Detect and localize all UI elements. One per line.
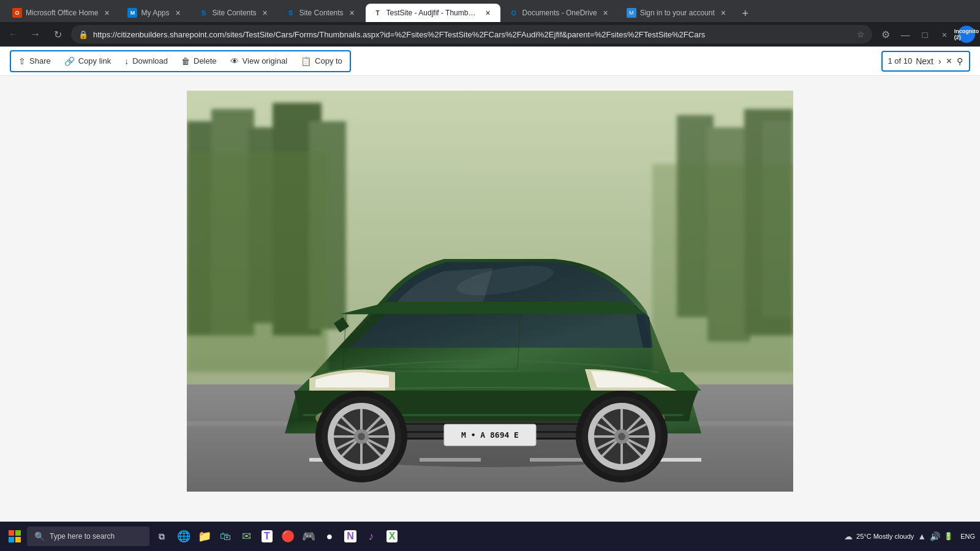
windows-start-button[interactable] [5, 527, 24, 546]
taskbar-extra2[interactable]: 🎮 [299, 527, 318, 546]
copy-link-label: Copy link [78, 56, 111, 66]
windows-logo-icon [9, 530, 21, 542]
tab-site-contents-3[interactable]: S Site Contents × [192, 4, 277, 22]
tab-favicon-4: S [286, 8, 296, 18]
tab-title-7: Sign in to your account [640, 9, 715, 17]
next-label: Next [916, 56, 933, 66]
taskbar-extra1[interactable]: 🔴 [278, 527, 298, 546]
explorer-icon: 📁 [198, 530, 211, 543]
taskbar-right-area: ☁ 25°C Mostly cloudy ▲ 🔊 🔋 ENG [839, 531, 975, 541]
taskbar-chrome[interactable]: ● [320, 527, 339, 546]
copy-to-button[interactable]: 📋 Copy to [295, 53, 349, 70]
refresh-button[interactable]: ↻ [49, 26, 66, 43]
copy-to-label: Copy to [315, 56, 342, 66]
browser-chrome: O Microsoft Office Home × M My Apps × S … [0, 0, 980, 47]
svg-rect-60 [15, 530, 21, 536]
system-tray-icons: ☁ 25°C Mostly cloudy ▲ 🔊 🔋 [839, 531, 958, 541]
weather-text: 25°C Mostly cloudy [856, 533, 914, 540]
network-icon: ▲ [918, 531, 926, 541]
taskbar-teams[interactable]: T [257, 527, 277, 546]
back-button[interactable]: ← [5, 26, 22, 43]
profile-button[interactable]: Incognito (2) [958, 26, 975, 43]
taskbar-excel[interactable]: X [382, 527, 402, 546]
taskbar-pinned-apps: 🌐 📁 🛍 ✉ T 🔴 🎮 ● N ♪ X [174, 527, 402, 546]
time-display: ENG [960, 532, 975, 541]
svg-text:M • A 8694 E: M • A 8694 E [461, 430, 519, 440]
close-viewer-button[interactable]: × [945, 54, 953, 68]
taskbar-edge[interactable]: 🌐 [174, 527, 194, 546]
tab-close-1[interactable]: × [102, 8, 111, 18]
copy-link-button[interactable]: 🔗 Copy link [58, 53, 117, 70]
tab-close-7[interactable]: × [718, 8, 728, 18]
share-label: Share [29, 56, 51, 66]
tab-testsite-thumbnails[interactable]: T TestSite - Audjfif - Thumbnails × [366, 4, 500, 22]
cloud-icon: ☁ [844, 531, 853, 541]
address-icons: ☆ [857, 29, 865, 39]
taskbar-time[interactable]: ENG [960, 532, 975, 541]
battery-icon: 🔋 [944, 532, 953, 541]
download-button[interactable]: ↓ Download [118, 53, 174, 70]
tab-title-3: Site Contents [213, 9, 257, 17]
address-box[interactable]: 🔒 https://citizenbuilders.sharepoint.com… [71, 25, 872, 43]
delete-icon: 🗑 [181, 56, 190, 66]
incognito-label: Incognito (2) [954, 28, 979, 40]
maximize-icon[interactable]: □ [916, 26, 933, 43]
car-image: M • A 8694 E [187, 91, 793, 492]
tab-favicon-1: O [12, 8, 22, 18]
search-viewer-button[interactable]: ⚲ [956, 55, 964, 67]
next-arrow-button[interactable]: › [937, 55, 943, 67]
chrome-icon: ● [326, 530, 333, 543]
taskbar-music[interactable]: ♪ [361, 527, 381, 546]
view-original-button[interactable]: 👁 View original [224, 53, 293, 70]
edge-icon: 🌐 [177, 530, 190, 543]
share-icon: ⇧ [18, 56, 26, 66]
taskbar-search-box[interactable]: 🔍 Type here to search [27, 527, 149, 546]
teams-icon: T [262, 530, 273, 542]
tab-microsoft-office-home[interactable]: O Microsoft Office Home × [5, 4, 119, 22]
browser-close-icon[interactable]: × [936, 26, 953, 43]
tab-title-4: Site Contents [300, 9, 344, 17]
extensions-icon[interactable]: ⚙ [877, 26, 894, 43]
tab-title-2: My Apps [141, 9, 169, 17]
tab-title-6: Documents - OneDrive [522, 9, 597, 17]
tab-close-3[interactable]: × [260, 8, 270, 18]
tab-close-6[interactable]: × [601, 8, 611, 18]
tab-bar: O Microsoft Office Home × M My Apps × S … [0, 0, 980, 22]
next-button[interactable]: Next [914, 55, 935, 67]
taskbar-mail[interactable]: ✉ [236, 527, 256, 546]
tab-favicon-7: M [627, 8, 636, 18]
search-icon: 🔍 [34, 531, 45, 541]
svg-point-43 [358, 433, 365, 440]
new-tab-button[interactable]: + [737, 5, 754, 22]
tab-close-5[interactable]: × [483, 8, 493, 18]
forward-button[interactable]: → [27, 26, 44, 43]
tab-favicon-6: O [509, 8, 519, 18]
tab-close-4[interactable]: × [347, 8, 357, 18]
tab-my-apps[interactable]: M My Apps × [120, 4, 190, 22]
share-button[interactable]: ⇧ Share [12, 53, 57, 70]
task-view-icon: ⧉ [159, 531, 165, 542]
delete-button[interactable]: 🗑 Delete [175, 53, 223, 70]
taskbar-onenote[interactable]: N [341, 527, 360, 546]
link-icon: 🔗 [64, 56, 75, 66]
minimize-icon[interactable]: — [897, 26, 914, 43]
tab-close-2[interactable]: × [173, 8, 183, 18]
download-icon: ↓ [124, 56, 129, 66]
address-text: https://citizenbuilders.sharepoint.com/s… [93, 30, 852, 39]
taskbar-store[interactable]: 🛍 [216, 527, 235, 546]
task-view-button[interactable]: ⧉ [152, 527, 172, 546]
svg-point-55 [618, 433, 625, 440]
svg-rect-62 [15, 537, 21, 542]
tab-site-contents-4[interactable]: S Site Contents × [279, 4, 364, 22]
extra1-icon: 🔴 [281, 530, 295, 543]
onenote-icon: N [344, 530, 356, 542]
tab-signin[interactable]: M Sign in to your account × [619, 4, 736, 22]
tab-title-5: TestSite - Audjfif - Thumbnails [386, 9, 480, 17]
copy-icon: 📋 [301, 56, 311, 66]
svg-rect-57 [652, 164, 793, 372]
taskbar-explorer[interactable]: 📁 [195, 527, 214, 546]
tab-onedrive[interactable]: O Documents - OneDrive × [502, 4, 618, 22]
music-icon: ♪ [369, 530, 374, 543]
star-icon[interactable]: ☆ [857, 29, 865, 39]
counter-text: 1 of 10 [888, 56, 912, 66]
